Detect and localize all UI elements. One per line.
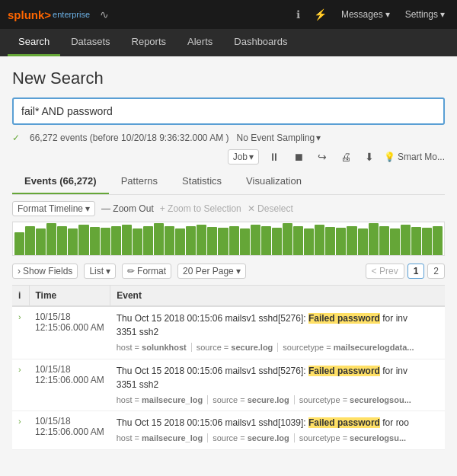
tab-visualization[interactable]: Visualization [234, 169, 314, 194]
event-keyword-highlight: Failed password [308, 313, 380, 324]
timeline-bar-segment [304, 228, 314, 255]
settings-button[interactable]: Settings ▾ [401, 9, 449, 20]
timeline-bar-segment [251, 225, 260, 255]
col-header-time: Time [29, 286, 110, 306]
main-nav: Search Datasets Reports Alerts Dashboard… [0, 29, 457, 56]
timeline-bar-segment [411, 227, 421, 255]
chevron-down-icon: ▾ [249, 152, 254, 162]
messages-button[interactable]: Messages ▾ [337, 9, 395, 20]
job-button[interactable]: Job ▾ [228, 149, 259, 165]
event-text: Thu Oct 15 2018 00:15:06 mailsv1 sshd[52… [117, 311, 439, 339]
zoom-out-button[interactable]: — Zoom Out [101, 203, 154, 214]
tab-patterns[interactable]: Patterns [109, 169, 170, 194]
logo-enterprise: enterprise [53, 10, 90, 19]
event-meta: host = solunkhostsource = secure.logsour… [117, 341, 439, 354]
timeline-bar-segment [14, 232, 24, 255]
format-timeline-button[interactable]: Format Timeline ▾ [12, 201, 95, 216]
expand-icon[interactable]: › [18, 417, 21, 426]
event-keyword-highlight: Failed password [308, 366, 380, 376]
events-table: i Time Event ›10/15/18 12:15:06.000 AMTh… [12, 286, 445, 450]
top-bar: splunk> enterprise ∿ ℹ ⚡ Messages ▾ Sett… [0, 0, 457, 29]
event-time: 10/15/18 12:15:06.000 AM [29, 411, 110, 450]
expand-icon[interactable]: › [18, 365, 21, 374]
current-page-button[interactable]: 1 [407, 264, 425, 279]
chevron-down-icon: ▾ [106, 266, 110, 276]
event-text: Thu Oct 15 2018 00:15:06 mailsv1 sshd[10… [117, 416, 439, 430]
info-icon[interactable]: ℹ [292, 8, 304, 21]
timeline-bar-segment [272, 228, 282, 255]
tab-statistics[interactable]: Statistics [170, 169, 234, 194]
timeline-bar-segment [197, 225, 206, 255]
chevron-down-icon: ▾ [85, 203, 90, 214]
table-row: ›10/15/18 12:15:06.000 AMThu Oct 15 2018… [12, 411, 445, 450]
meta-item: source = secure.log [213, 433, 295, 442]
pause-button[interactable]: ⏸ [265, 149, 283, 165]
activity2-icon[interactable]: ⚡ [310, 8, 331, 21]
meta-item: host = mailsecure_log [117, 433, 208, 442]
event-meta: host = mailsecure_logsource = secure.log… [117, 394, 439, 407]
timeline-bar-segment [379, 226, 389, 255]
timeline-bar-segment [36, 228, 46, 255]
chevron-down-icon: ▾ [236, 266, 241, 276]
refresh-button[interactable]: ↪ [314, 149, 331, 165]
nav-reports[interactable]: Reports [121, 29, 177, 56]
event-keyword-highlight: Failed password [308, 417, 380, 428]
timeline-bar-segment [261, 226, 271, 255]
nav-alerts[interactable]: Alerts [177, 29, 223, 56]
event-sampling-button[interactable]: No Event Sampling ▾ [237, 133, 321, 143]
timeline-bar-segment [315, 225, 324, 255]
list-button[interactable]: List ▾ [84, 264, 116, 279]
event-body: Thu Oct 15 2018 00:15:06 mailsv1 sshd[10… [110, 411, 445, 450]
timeline-bar-segment [111, 226, 121, 255]
timeline-bar-segment [347, 226, 356, 255]
logo-splunk: splunk> [8, 8, 51, 21]
results-toolbar: › Show Fields List ▾ ✏ Format 20 Per Pag… [12, 257, 445, 286]
expand-icon[interactable]: › [18, 312, 21, 321]
timeline-bar-segment [90, 227, 100, 255]
stop-button[interactable]: ⏹ [289, 149, 308, 165]
nav-datasets[interactable]: Datasets [60, 29, 120, 56]
tab-events[interactable]: Events (66,272) [12, 169, 109, 194]
results-count-text: 66,272 events (before 10/20/18 9:36:32.0… [30, 133, 229, 143]
page-title: New Search [12, 69, 445, 88]
timeline-bar-segment [207, 227, 217, 255]
prev-page-button[interactable]: < Prev [366, 264, 404, 279]
timeline-bar-segment [229, 226, 239, 255]
timeline-bar-segment [283, 223, 292, 255]
nav-search[interactable]: Search [8, 29, 60, 56]
timeline-bar-segment [336, 228, 346, 255]
event-text: Thu Oct 15 2018 00:15:06 mailsv1 sshd[52… [117, 364, 439, 391]
format-button[interactable]: ✏ Format [122, 264, 171, 279]
timeline-bar-segment [175, 228, 185, 255]
timeline-bar-segment [122, 225, 132, 255]
event-body: Thu Oct 15 2018 00:15:06 mailsv1 sshd[52… [110, 306, 445, 359]
timeline-controls: Format Timeline ▾ — Zoom Out + Zoom to S… [12, 195, 445, 222]
nav-dashboards[interactable]: Dashboards [223, 29, 298, 56]
download-button[interactable]: ⬇ [361, 149, 378, 165]
timeline-chart [12, 222, 445, 256]
show-fields-button[interactable]: › Show Fields [12, 264, 78, 279]
pencil-icon: ✏ [127, 266, 135, 276]
per-page-button[interactable]: 20 Per Page ▾ [177, 264, 246, 279]
main-content: New Search ✓ 66,272 events (before 10/20… [0, 56, 457, 450]
smart-mode-button[interactable]: 💡 Smart Mo... [384, 152, 445, 162]
timeline-bar-segment [186, 226, 196, 255]
search-input[interactable] [14, 99, 443, 123]
print-button[interactable]: 🖨 [337, 149, 355, 165]
meta-item: host = solunkhost [117, 343, 192, 352]
next-page-button[interactable]: 2 [427, 264, 445, 279]
event-body: Thu Oct 15 2018 00:15:06 mailsv1 sshd[52… [110, 359, 445, 411]
table-row: ›10/15/18 12:15:06.000 AMThu Oct 15 2018… [12, 359, 445, 411]
event-time: 10/15/18 12:15:06.000 AM [29, 359, 110, 411]
col-header-i: i [12, 286, 29, 306]
activity-icon[interactable]: ∿ [96, 8, 113, 21]
timeline-bar-segment [46, 223, 56, 255]
chevron-right-icon: › [18, 266, 21, 276]
event-meta: host = mailsecure_logsource = secure.log… [117, 432, 439, 445]
timeline-bar-segment [165, 226, 174, 255]
timeline-bar-segment [433, 226, 443, 255]
timeline-bar-segment [358, 228, 368, 255]
meta-item: source = secure.log [213, 395, 295, 404]
pagination: < Prev 1 2 [366, 264, 445, 279]
timeline-bar-segment [422, 228, 432, 255]
